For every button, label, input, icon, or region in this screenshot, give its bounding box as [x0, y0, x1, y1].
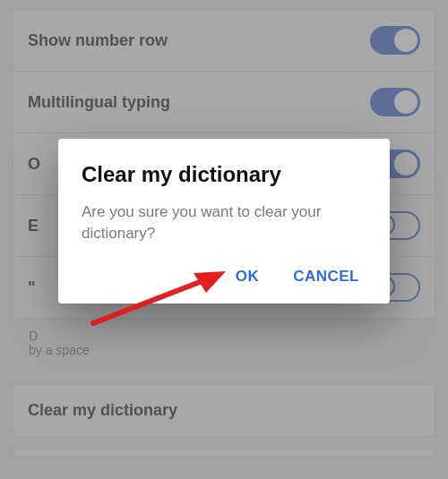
ok-button[interactable]: OK [236, 268, 260, 286]
cancel-button[interactable]: CANCEL [293, 268, 359, 286]
dialog-actions: OK CANCEL [82, 268, 366, 291]
dialog-title: Clear my dictionary [82, 162, 366, 187]
dialog-body: Are you sure you want to clear your dict… [82, 201, 366, 244]
clear-dictionary-dialog: Clear my dictionary Are you sure you wan… [58, 139, 390, 304]
